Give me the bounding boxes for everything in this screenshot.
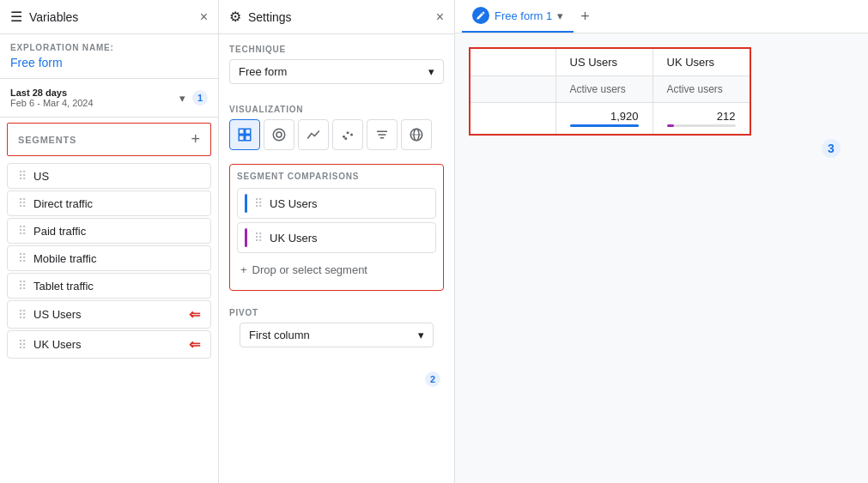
- us-bar-track: [570, 124, 639, 127]
- col-header-uk-users[interactable]: UK Users: [653, 48, 750, 76]
- annotation-badge-2: 2: [425, 371, 440, 387]
- segment-item-mobile-traffic[interactable]: ⠿ Mobile traffic: [7, 245, 211, 271]
- visualization-label: VISUALIZATION: [219, 94, 454, 119]
- segment-item-direct-traffic[interactable]: ⠿ Direct traffic: [7, 190, 211, 216]
- svg-rect-0: [239, 129, 244, 134]
- seg-comp-uk-users[interactable]: ⠿ UK Users: [237, 222, 436, 253]
- main-panel: Free form 1 ▾ + US Users UK Users: [455, 0, 868, 483]
- tab-add-button[interactable]: +: [574, 1, 597, 33]
- variables-panel: ☰ Variables × EXPLORATION NAME: Free for…: [0, 0, 219, 483]
- segment-item-uk-users[interactable]: ⠿ UK Users ⇐: [7, 330, 211, 359]
- segment-item-tablet-traffic[interactable]: ⠿ Tablet traffic: [7, 273, 211, 299]
- date-range: Feb 6 - Mar 4, 2024: [10, 98, 94, 108]
- tab-free-form-1[interactable]: Free form 1 ▾: [462, 0, 574, 33]
- uk-bar-fill: [667, 124, 675, 127]
- svg-point-9: [344, 137, 347, 140]
- pivot-chevron-icon: ▾: [418, 329, 424, 341]
- us-value-text: 1,920: [610, 110, 639, 123]
- row-label: [470, 103, 555, 136]
- pivot-dropdown[interactable]: First column ▾: [240, 323, 434, 347]
- svg-rect-2: [239, 136, 244, 141]
- segment-item-us[interactable]: ⠿ US: [7, 163, 211, 189]
- settings-panel: ⚙ Settings × TECHNIQUE Free form ▾ VISUA…: [219, 0, 455, 483]
- segment-item-us-users[interactable]: ⠿ US Users ⇐: [7, 300, 211, 329]
- table-row: 1,920 212: [470, 103, 750, 136]
- segment-comparisons-label: SEGMENT COMPARISONS: [237, 172, 436, 181]
- drag-handle-icon: ⠿: [18, 196, 27, 210]
- drag-handle-icon: ⠿: [254, 231, 263, 245]
- date-range-row[interactable]: Last 28 days Feb 6 - Mar 4, 2024 ▾ 1: [0, 79, 218, 118]
- arrow-right-icon: ⇐: [189, 306, 200, 323]
- col-header-uk-text: UK Users: [667, 56, 715, 69]
- drag-handle-icon: ⠿: [18, 251, 27, 265]
- col-header-segment: [470, 48, 555, 76]
- segment-name-direct-traffic: Direct traffic: [33, 197, 200, 210]
- svg-point-8: [350, 134, 353, 136]
- data-table: US Users UK Users Active users Active us…: [469, 47, 751, 136]
- segment-item-paid-traffic[interactable]: ⠿ Paid traffic: [7, 218, 211, 244]
- technique-label: TECHNIQUE: [219, 34, 454, 59]
- main-content: US Users UK Users Active users Active us…: [455, 33, 868, 483]
- svg-rect-3: [246, 136, 251, 141]
- technique-dropdown[interactable]: Free form ▾: [229, 59, 444, 84]
- viz-funnel-button[interactable]: [367, 119, 398, 150]
- annotation-badge-3-container: 3: [469, 136, 854, 161]
- viz-donut-button[interactable]: [264, 119, 294, 150]
- drop-segment-button[interactable]: + Drop or select segment: [237, 257, 436, 283]
- drag-handle-icon: ⠿: [18, 308, 27, 322]
- settings-close-button[interactable]: ×: [436, 9, 444, 25]
- date-label: Last 28 days: [10, 88, 94, 98]
- date-chevron-icon[interactable]: ▾: [179, 92, 185, 105]
- settings-icon: ⚙: [229, 9, 241, 25]
- segment-name-paid-traffic: Paid traffic: [33, 225, 200, 238]
- variables-header: ☰ Variables ×: [0, 0, 218, 34]
- subheader-uk-metric: Active users: [653, 76, 750, 103]
- exploration-label: EXPLORATION NAME:: [0, 34, 218, 54]
- drag-handle-icon: ⠿: [18, 279, 27, 293]
- svg-point-4: [273, 129, 285, 141]
- drop-segment-label: Drop or select segment: [252, 263, 367, 276]
- svg-rect-1: [246, 129, 251, 134]
- date-info: Last 28 days Feb 6 - Mar 4, 2024: [10, 88, 94, 108]
- drag-handle-icon: ⠿: [254, 196, 263, 210]
- viz-line-button[interactable]: [298, 119, 329, 150]
- table-container: US Users UK Users Active users Active us…: [455, 33, 868, 175]
- settings-title: Settings: [248, 10, 292, 24]
- drag-handle-icon: ⠿: [18, 338, 27, 352]
- col-header-us-users[interactable]: US Users: [555, 48, 653, 76]
- segment-comparisons-box: SEGMENT COMPARISONS ⠿ US Users ⠿ UK User…: [229, 164, 444, 291]
- drag-handle-icon: ⠿: [18, 224, 27, 238]
- segments-add-button[interactable]: +: [191, 130, 200, 148]
- row-us-value: 1,920: [555, 103, 653, 136]
- variables-close-button[interactable]: ×: [200, 9, 208, 25]
- subheader-segment: [470, 76, 555, 103]
- viz-scatter-button[interactable]: [332, 119, 363, 150]
- viz-table-button[interactable]: [229, 119, 260, 150]
- drag-handle-icon: ⠿: [18, 169, 27, 183]
- segment-name-us-users: US Users: [33, 308, 182, 321]
- tab-chevron-icon[interactable]: ▾: [557, 9, 563, 22]
- variables-title: Variables: [29, 10, 78, 24]
- settings-title-row: ⚙ Settings: [229, 9, 292, 25]
- uk-value-text: 212: [717, 110, 736, 123]
- annotation-badge-1: 1: [192, 90, 208, 106]
- variables-title-row: ☰ Variables: [10, 9, 78, 25]
- col-header-us-text: US Users: [570, 56, 618, 69]
- arrow-right-icon: ⇐: [189, 336, 200, 353]
- us-value-bar: 1,920: [570, 110, 639, 127]
- segment-name-us: US: [33, 170, 200, 183]
- subheader-uk-text: Active users: [667, 83, 723, 95]
- settings-header: ⚙ Settings ×: [219, 0, 454, 34]
- uk-bar-track: [667, 124, 736, 127]
- pivot-row: First column ▾: [219, 323, 454, 368]
- row-uk-value: 212: [653, 103, 750, 136]
- exploration-name[interactable]: Free form: [0, 54, 218, 79]
- viz-map-button[interactable]: [401, 119, 432, 150]
- technique-value: Free form: [239, 65, 287, 78]
- us-bar-fill: [570, 124, 639, 127]
- seg-comp-us-users[interactable]: ⠿ US Users: [237, 188, 436, 219]
- segments-header: SEGMENTS +: [7, 123, 211, 156]
- tab-title: Free form 1: [495, 9, 552, 22]
- seg-comp-name-uk: UK Users: [270, 232, 318, 245]
- pivot-label: PIVOT: [219, 298, 454, 323]
